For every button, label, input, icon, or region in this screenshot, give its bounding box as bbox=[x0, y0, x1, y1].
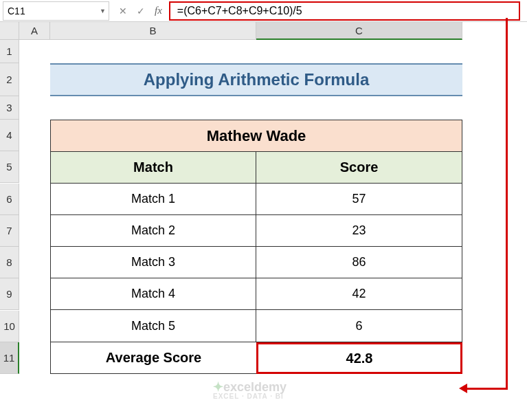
score-header[interactable]: Score bbox=[256, 152, 462, 184]
match-cell-3[interactable]: Match 3 bbox=[51, 247, 256, 278]
title-text: Applying Arithmetic Formula bbox=[144, 70, 369, 89]
cell-c1[interactable] bbox=[256, 40, 462, 63]
dropdown-icon[interactable]: ▼ bbox=[100, 8, 106, 14]
cell-b3[interactable] bbox=[50, 96, 256, 120]
col-header-a[interactable]: A bbox=[19, 22, 50, 40]
enter-icon[interactable]: ✓ bbox=[137, 5, 145, 16]
row-header-8[interactable]: 8 bbox=[0, 247, 19, 278]
row-header-7[interactable]: 7 bbox=[0, 215, 19, 247]
cell-a10[interactable] bbox=[19, 311, 50, 342]
title-cell[interactable]: Applying Arithmetic Formula bbox=[50, 63, 462, 96]
cell-a9[interactable] bbox=[19, 278, 50, 310]
cell-a1[interactable] bbox=[19, 40, 50, 63]
match-cell-1[interactable]: Match 1 bbox=[51, 184, 256, 215]
callout-arrow-vertical bbox=[506, 18, 508, 389]
average-label-cell[interactable]: Average Score bbox=[50, 342, 256, 374]
name-box[interactable]: C11 ▼ bbox=[3, 1, 109, 21]
cell-a2[interactable] bbox=[19, 63, 50, 96]
score-cell-2[interactable]: 23 bbox=[256, 215, 462, 247]
match-cell-5[interactable]: Match 5 bbox=[51, 310, 256, 342]
average-label: Average Score bbox=[106, 350, 201, 366]
score-cell-3[interactable]: 86 bbox=[256, 247, 462, 278]
cell-a3[interactable] bbox=[19, 96, 50, 120]
row-header-4[interactable]: 4 bbox=[0, 120, 19, 151]
row-header-10[interactable]: 10 bbox=[0, 311, 19, 342]
cell-b1[interactable] bbox=[50, 40, 256, 63]
player-name: Mathew Wade bbox=[207, 127, 306, 145]
fx-icon[interactable]: fx bbox=[155, 5, 162, 16]
col-header-b[interactable]: B bbox=[50, 22, 256, 40]
row-header-5[interactable]: 5 bbox=[0, 151, 19, 183]
average-row: Average Score 42.8 bbox=[50, 342, 462, 374]
formula-controls: ✕ ✓ fx bbox=[112, 5, 169, 16]
score-cell-4[interactable]: 42 bbox=[256, 278, 462, 310]
match-cell-2[interactable]: Match 2 bbox=[51, 215, 256, 247]
match-cell-4[interactable]: Match 4 bbox=[51, 278, 256, 310]
row-header-6[interactable]: 6 bbox=[0, 184, 19, 215]
cell-a4[interactable] bbox=[19, 120, 50, 151]
cell-c3[interactable] bbox=[256, 96, 462, 120]
score-cell-5[interactable]: 6 bbox=[256, 310, 462, 342]
cell-a8[interactable] bbox=[19, 247, 50, 278]
row-header-2[interactable]: 2 bbox=[0, 63, 19, 96]
match-header[interactable]: Match bbox=[51, 152, 256, 184]
average-value: 42.8 bbox=[346, 351, 373, 366]
callout-arrow-head-icon bbox=[459, 384, 467, 393]
row-header-11[interactable]: 11 bbox=[0, 342, 19, 374]
watermark: ✦exceldemy EXCEL · DATA · BI bbox=[213, 379, 287, 400]
col-header-c[interactable]: C bbox=[256, 22, 462, 40]
formula-bar: C11 ▼ ✕ ✓ fx =(C6+C7+C8+C9+C10)/5 bbox=[0, 0, 527, 22]
cell-a7[interactable] bbox=[19, 215, 50, 247]
formula-input[interactable]: =(C6+C7+C8+C9+C10)/5 bbox=[169, 1, 520, 21]
name-box-value: C11 bbox=[8, 5, 25, 16]
cell-a5[interactable] bbox=[19, 151, 50, 183]
row-header-3[interactable]: 3 bbox=[0, 96, 19, 120]
formula-text: =(C6+C7+C8+C9+C10)/5 bbox=[177, 5, 302, 17]
row-header-1[interactable]: 1 bbox=[0, 40, 19, 63]
average-value-cell[interactable]: 42.8 bbox=[256, 342, 462, 374]
select-all-corner[interactable] bbox=[0, 22, 19, 40]
player-header[interactable]: Mathew Wade bbox=[51, 120, 462, 152]
spreadsheet-grid: A B C 1 2 Applying Arithmetic Formula 3 … bbox=[0, 22, 527, 374]
cell-a11[interactable] bbox=[19, 342, 50, 374]
cell-a6[interactable] bbox=[19, 184, 50, 215]
cancel-icon[interactable]: ✕ bbox=[119, 5, 127, 16]
callout-arrow-horizontal bbox=[465, 388, 508, 390]
data-table: Mathew Wade Match Score Match 1 57 Match… bbox=[50, 120, 462, 342]
row-header-9[interactable]: 9 bbox=[0, 278, 19, 310]
score-cell-1[interactable]: 57 bbox=[256, 184, 462, 215]
